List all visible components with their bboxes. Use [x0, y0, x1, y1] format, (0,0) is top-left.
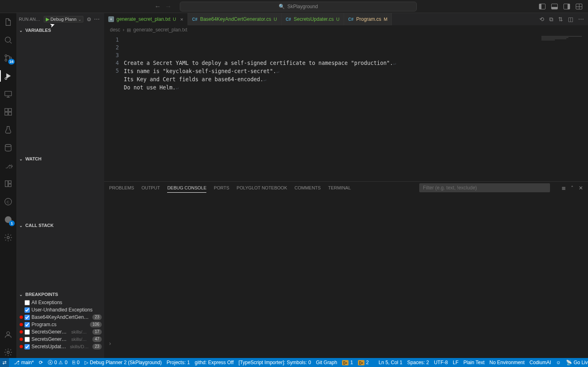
- project-manager-icon[interactable]: [2, 178, 14, 189]
- tab-generate_secret_plan-txt[interactable]: ≡generate_secret_plan.txtU×: [104, 13, 188, 25]
- timeline-icon[interactable]: ⟲: [539, 16, 544, 22]
- environment[interactable]: No Environment: [490, 360, 525, 365]
- panel-tab-problems[interactable]: Problems: [109, 183, 134, 193]
- breakpoint-row[interactable]: SecretsGenerator.csskills/De…17: [16, 328, 104, 336]
- eol[interactable]: LF: [453, 360, 458, 365]
- githd-status[interactable]: githd: Express Off: [195, 360, 234, 365]
- breadcrumb-part[interactable]: desc: [110, 27, 120, 33]
- callstack-section-header[interactable]: ⌄ Call Stack: [16, 221, 104, 230]
- breakpoint-row[interactable]: All Exceptions: [16, 299, 104, 306]
- debug-settings-icon[interactable]: ⚙: [87, 16, 92, 22]
- breakpoint-checkbox[interactable]: [25, 344, 30, 349]
- feedback-icon[interactable]: ☺: [556, 360, 561, 365]
- close-tab-icon[interactable]: ×: [180, 16, 183, 22]
- close-panel-icon[interactable]: ✕: [579, 185, 583, 191]
- breakpoint-checkbox[interactable]: [25, 315, 30, 320]
- breadcrumb[interactable]: desc › ▤ generate_secret_plan.txt: [104, 25, 588, 34]
- collapse-panel-icon[interactable]: ˄: [571, 185, 574, 191]
- panel-tab-output[interactable]: Output: [141, 183, 160, 193]
- customize-layout-icon[interactable]: [576, 4, 582, 9]
- breakpoint-row[interactable]: User-Unhandled Exceptions: [16, 306, 104, 314]
- variables-section-header[interactable]: ⌄ Variables: [16, 26, 104, 35]
- breakpoint-checkbox[interactable]: [25, 337, 30, 342]
- toggle-panel-icon[interactable]: [551, 4, 558, 9]
- tab-program-cs[interactable]: C#Program.csM: [344, 13, 392, 25]
- refresh-icon[interactable]: ⇅: [558, 16, 563, 22]
- code-line[interactable]: Its name is "keycloak-self-signed-cert-s…: [124, 67, 588, 76]
- language-mode[interactable]: Plain Text: [463, 360, 485, 365]
- git-branch[interactable]: ⎇main*: [14, 360, 34, 365]
- breakpoint-checkbox[interactable]: [25, 300, 30, 305]
- panel-tab-polyglot-notebook[interactable]: Polyglot Notebook: [237, 183, 287, 193]
- accounts-icon[interactable]: [2, 329, 14, 340]
- breakpoint-row[interactable]: Base64KeyAndCertGenerat…23: [16, 314, 104, 321]
- warn-badge-icon: ▷: [358, 360, 364, 365]
- git-graph-status[interactable]: Git Graph: [316, 360, 337, 365]
- panel-tab-comments[interactable]: Comments: [295, 183, 321, 193]
- breakpoint-checkbox[interactable]: [25, 322, 30, 327]
- run-debug-icon[interactable]: [2, 70, 14, 82]
- go-live[interactable]: 📡Go Live: [566, 360, 588, 365]
- watch-section-header[interactable]: ⌄ Watch: [16, 154, 104, 163]
- start-debug-icon[interactable]: ▶: [46, 17, 49, 22]
- breakpoints-section-header[interactable]: ⌄ Breakpoints: [16, 290, 104, 299]
- manage-gear-icon[interactable]: [2, 347, 14, 358]
- remote-explorer-icon[interactable]: [2, 88, 14, 100]
- panel-tab-ports[interactable]: Ports: [214, 183, 229, 193]
- explorer-icon[interactable]: [2, 16, 14, 28]
- tab-base64keyandcertgenerator-cs[interactable]: C#Base64KeyAndCertGenerator.csU: [188, 13, 282, 25]
- ts-importer-status[interactable]: [TypeScript Importer]: Symbols: 0: [239, 360, 311, 365]
- panel-tab-debug-console[interactable]: Debug Console: [167, 183, 206, 193]
- breakpoint-row[interactable]: Program.cs106: [16, 321, 104, 328]
- toggle-primary-sidebar-icon[interactable]: [539, 4, 546, 9]
- compare-icon[interactable]: ⧉: [549, 16, 553, 23]
- github-icon[interactable]: 1: [2, 214, 14, 225]
- extensions-icon[interactable]: [2, 106, 14, 118]
- chevron-down-icon[interactable]: ⌄: [77, 17, 81, 22]
- encoding[interactable]: UTF-8: [434, 360, 448, 365]
- nav-forward-icon[interactable]: →: [165, 3, 172, 10]
- more-actions-icon[interactable]: ⋯: [94, 16, 100, 22]
- toggle-secondary-sidebar-icon[interactable]: [563, 4, 570, 9]
- breakpoint-checkbox[interactable]: [25, 329, 30, 335]
- debug-console-output[interactable]: [104, 194, 588, 338]
- codium-status[interactable]: CodiumAI: [530, 360, 551, 365]
- editor-body[interactable]: 12345 Create a Secret YAML to deploy a s…: [104, 34, 588, 181]
- indentation[interactable]: Spaces: 2: [407, 360, 429, 365]
- tab-secretsupdater-cs[interactable]: C#SecretsUpdater.csU: [282, 13, 344, 25]
- source-control-icon[interactable]: 16: [2, 52, 14, 64]
- problems-status[interactable]: ⓧ0 ⚠0: [48, 359, 67, 366]
- remote-indicator[interactable]: ⇄: [0, 358, 9, 367]
- code-content[interactable]: Create a Secret YAML to deploy a self-si…: [124, 34, 588, 181]
- search-activity-icon[interactable]: [2, 34, 14, 46]
- kubernetes-icon[interactable]: ⎇K: [2, 160, 14, 171]
- breakpoint-row[interactable]: SecretsGenerator.csskills/De…47: [16, 336, 104, 343]
- codium-icon[interactable]: C: [2, 196, 14, 207]
- notif2[interactable]: ▷2: [358, 360, 369, 365]
- breadcrumb-part[interactable]: generate_secret_plan.txt: [133, 27, 187, 33]
- code-line[interactable]: Do not use Helm.↵: [124, 84, 588, 92]
- more-tab-actions-icon[interactable]: ⋯: [578, 16, 584, 22]
- database-icon[interactable]: [2, 142, 14, 153]
- debug-console-input[interactable]: ›: [104, 338, 588, 349]
- debug-config-selector[interactable]: ▶ Debug Plann ⌄: [44, 16, 83, 22]
- minimap[interactable]: [541, 36, 586, 41]
- code-line[interactable]: Its Key and Cert fields are base64-encod…: [124, 76, 588, 84]
- nav-back-icon[interactable]: ←: [154, 3, 161, 10]
- projects-status[interactable]: Projects: 1: [167, 360, 190, 365]
- cursor-position[interactable]: Ln 5, Col 1: [379, 360, 402, 365]
- panel-tab-terminal[interactable]: Terminal: [328, 183, 351, 193]
- debug-console-filter[interactable]: Filter (e.g. text, !exclude): [419, 183, 550, 192]
- debug-status[interactable]: ▷Debug Planner 2 (SkPlayground): [85, 360, 162, 365]
- sync-changes[interactable]: ⟳: [39, 360, 43, 365]
- command-center[interactable]: 🔍 SkPlayground: [180, 2, 417, 11]
- settings-sync-icon[interactable]: [2, 232, 14, 243]
- clear-console-icon[interactable]: ≣: [561, 185, 566, 191]
- breakpoint-checkbox[interactable]: [25, 307, 30, 313]
- notif1[interactable]: ▷1: [342, 360, 353, 365]
- ports-status[interactable]: ⎘0: [72, 360, 80, 365]
- breakpoint-row[interactable]: SecretsUpdater.csskills/De…23: [16, 343, 104, 350]
- code-line[interactable]: Create a Secret YAML to deploy a self-si…: [124, 59, 588, 67]
- testing-icon[interactable]: [2, 124, 14, 136]
- split-editor-icon[interactable]: ◫: [568, 16, 573, 22]
